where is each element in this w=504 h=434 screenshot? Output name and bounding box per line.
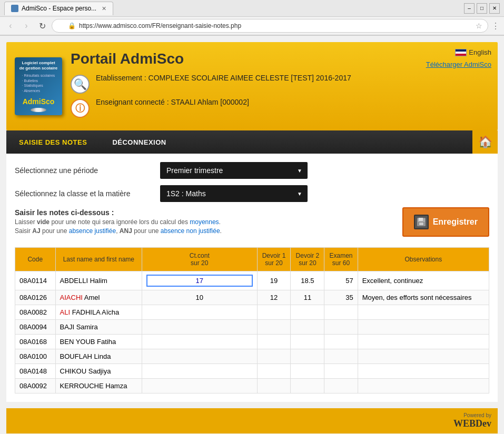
title-bar: AdmiSco - Espace perso... ✕ – □ ✕ (0, 0, 504, 17)
close-button[interactable]: ✕ (489, 3, 500, 14)
logo-lines: · Résultats scolaires· Bulletins· Statis… (22, 73, 55, 94)
col-devoir1: Devoir 1sur 20 (257, 248, 291, 271)
vide-highlight: vide (37, 218, 50, 226)
cell-code: 08A0100 (15, 349, 56, 364)
cell-name: AIACHI Amel (55, 290, 142, 305)
cell-code: 08A0094 (15, 320, 56, 335)
maximize-button[interactable]: □ (477, 3, 487, 14)
cell-devoir2 (291, 364, 324, 379)
col-ctcont: Ct.contsur 20 (142, 248, 257, 271)
enseignant-info: Enseignant connecté : STAALI Ahlam [0000… (96, 98, 249, 106)
header: Logiciel completde gestion scolaire · Ré… (6, 42, 498, 130)
cell-examen (324, 305, 358, 320)
table-row: 08A0094BAJI Samira (15, 320, 489, 335)
cell-devoir2 (291, 305, 324, 320)
cell-devoir1 (257, 335, 291, 349)
footer: Powered by WEBDev (6, 408, 498, 433)
col-name: Last name and first name (55, 248, 142, 271)
powered-by: Powered by WEBDev (453, 412, 491, 429)
cell-code: 08A0092 (15, 379, 56, 393)
nav-deconnexion-label: DÉCONNEXION (112, 138, 166, 146)
cell-name: CHIKOU Sadjiya (55, 364, 142, 379)
window-controls: – □ ✕ (464, 3, 500, 14)
nav-saisie-notes[interactable]: SAISIE DES NOTES (6, 130, 100, 154)
enseignant-label: Enseignant connecté : (96, 98, 169, 106)
tab-favicon (11, 5, 18, 12)
svg-rect-3 (419, 223, 423, 225)
webdev-brand: WEBDev (453, 418, 491, 429)
back-button[interactable]: ‹ (4, 19, 17, 32)
table-row: 08A0168BEN YOUB Fatiha (15, 335, 489, 349)
periode-select[interactable]: Premier trimestre Deuxième trimestre Tro… (160, 162, 308, 179)
col-code: Code (15, 248, 56, 271)
absence-justifiee-text: absence justifiée (69, 227, 116, 235)
classe-select[interactable]: 1S2 : Maths (160, 185, 308, 202)
cell-devoir1 (257, 379, 291, 393)
etablissement-row: 🔍 Etablissement : COMPLEXE SCOLAIRE AIME… (71, 74, 489, 94)
cell-devoir2 (291, 320, 324, 335)
language-label: English (469, 48, 491, 56)
enregistrer-button[interactable]: Enregistrer (402, 207, 489, 237)
browser-menu-icon[interactable]: ⋮ (491, 21, 500, 31)
floppy-icon (414, 215, 429, 229)
classe-row: Sélectionnez la classe et la matière 1S2… (15, 185, 489, 202)
page-content: Logiciel completde gestion scolaire · Ré… (0, 36, 504, 434)
cell-code: 08A0126 (15, 290, 56, 305)
cell-examen (324, 349, 358, 364)
cell-ctcont (142, 335, 257, 349)
cell-examen (324, 364, 358, 379)
table-row: 08A0100BOUFLAH Linda (15, 349, 489, 364)
cell-devoir2: 11 (291, 290, 324, 305)
flag-icon (455, 49, 467, 56)
browser-chrome: AdmiSco - Espace perso... ✕ – □ ✕ ‹ › ↻ … (0, 0, 504, 36)
cell-examen (324, 379, 358, 393)
powered-by-text: Powered by (453, 412, 491, 418)
table-row: 08A0114ABDELLI Halim1918.557Excellent, c… (15, 271, 489, 290)
bookmark-icon[interactable]: ☆ (476, 22, 482, 30)
cell-obs (358, 320, 489, 335)
periode-row: Sélectionnez une période Premier trimest… (15, 162, 489, 179)
moyennes-text: moyennes (190, 218, 219, 226)
absence-non-justifiee-text: absence non justifiée (161, 227, 220, 235)
cell-obs (358, 335, 489, 349)
forward-button[interactable]: › (20, 19, 33, 32)
instructions-area: Saisir les notes ci-dessous : Laisser vi… (15, 208, 489, 239)
cell-ctcont (142, 349, 257, 364)
minimize-button[interactable]: – (464, 3, 475, 14)
cell-ctcont (142, 305, 257, 320)
alert-icon: ⓘ (71, 99, 90, 118)
address-bar[interactable]: 🔒 https://www.admisco.com/FR/enseignant-… (52, 19, 488, 33)
cell-devoir2 (291, 349, 324, 364)
svg-rect-1 (419, 218, 423, 221)
table-row: 08A0148CHIKOU Sadjiya (15, 364, 489, 379)
language-link[interactable]: English (455, 48, 491, 56)
anj-highlight: ANJ (120, 227, 132, 235)
table-row: 08A0126AIACHI Amel10121135Moyen, des eff… (15, 290, 489, 305)
url-text: https://www.admisco.com/FR/enseignant-sa… (79, 22, 472, 29)
cell-code: 08A0168 (15, 335, 56, 349)
instructions-title: Saisir les notes ci-dessous : (15, 208, 114, 217)
cell-name: ABDELLI Halim (55, 271, 142, 290)
nav-deconnexion[interactable]: DÉCONNEXION (100, 130, 179, 154)
tab-title: AdmiSco - Espace perso... (22, 5, 96, 12)
reload-button[interactable]: ↻ (36, 19, 48, 32)
search-icon: 🔍 (71, 75, 90, 94)
nav-home-button[interactable]: 🏠 (472, 130, 498, 154)
cell-obs (358, 305, 489, 320)
cell-ctcont (142, 379, 257, 393)
cell-name: BOUFLAH Linda (55, 349, 142, 364)
etablissement-value: COMPLEXE SCOLAIRE AIMEE CELESTE [TEST] (149, 74, 314, 82)
cell-devoir1: 12 (257, 290, 291, 305)
etablissement-info: Etablissement : COMPLEXE SCOLAIRE AIMEE … (96, 74, 351, 82)
cell-devoir1: 19 (257, 271, 291, 290)
download-link[interactable]: Télécharger AdmiSco (426, 60, 491, 68)
browser-tab[interactable]: AdmiSco - Espace perso... ✕ (4, 2, 113, 15)
cell-code: 08A0082 (15, 305, 56, 320)
col-devoir2: Devoir 2sur 20 (291, 248, 324, 271)
table-body: 08A0114ABDELLI Halim1918.557Excellent, c… (15, 271, 489, 393)
ctcont-input[interactable] (146, 275, 252, 287)
cell-devoir2 (291, 335, 324, 349)
enseignant-value: STAALI Ahlam [000002] (171, 98, 249, 106)
tab-close-button[interactable]: ✕ (102, 5, 106, 12)
table-header-row: Code Last name and first name Ct.contsur… (15, 248, 489, 271)
